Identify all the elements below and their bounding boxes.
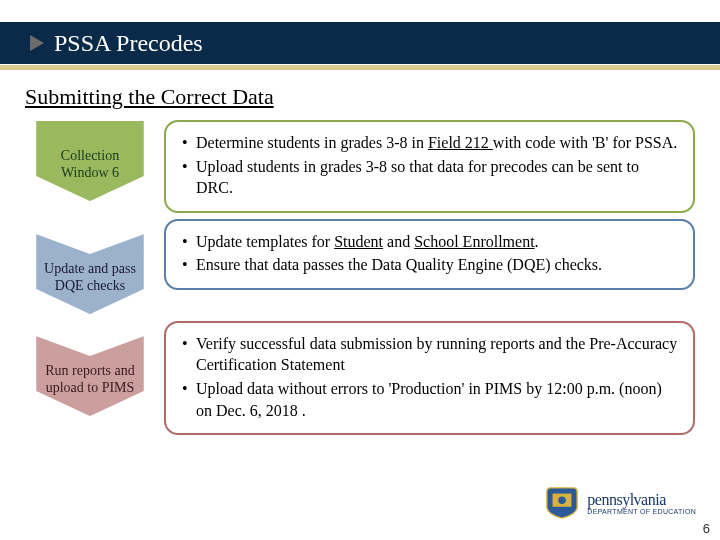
chevron-update-dqe: Update and pass DQE checks (30, 233, 150, 315)
chevron-box: Update and pass DQE checks (30, 233, 150, 315)
logo-penn: pennsylvania (587, 492, 696, 508)
step-row: Collection Window 6 Determine students i… (30, 120, 695, 213)
bullet: Ensure that data passes the Data Quality… (180, 254, 679, 276)
bullet: Verify successful data submission by run… (180, 333, 679, 376)
step-row: Update and pass DQE checks Update templa… (30, 219, 695, 315)
bullet: Update templates for Student and School … (180, 231, 679, 253)
step-row: Run reports and upload to PIMS Verify su… (30, 321, 695, 435)
bubble-step1: Determine students in grades 3-8 in Fiel… (164, 120, 695, 213)
chevron-label: Run reports and upload to PIMS (36, 363, 144, 397)
content: Collection Window 6 Determine students i… (0, 120, 720, 435)
bullet: Determine students in grades 3-8 in Fiel… (180, 132, 679, 154)
subheading: Submitting the Correct Data (25, 84, 720, 110)
page-number: 6 (703, 521, 710, 536)
logo-dept: DEPARTMENT OF EDUCATION (587, 508, 696, 515)
title-arrow-icon (30, 35, 44, 51)
pa-shield-icon (543, 486, 581, 520)
chevron-box: Run reports and upload to PIMS (30, 335, 150, 417)
chevron-run-reports: Run reports and upload to PIMS (30, 335, 150, 417)
chevron-label: Update and pass DQE checks (36, 261, 144, 295)
chevron-label: Collection Window 6 (36, 148, 144, 182)
chevron-box: Collection Window 6 (30, 120, 150, 202)
accent-bar (0, 65, 720, 70)
logo: pennsylvania DEPARTMENT OF EDUCATION (543, 486, 696, 520)
title-bar: PSSA Precodes (0, 22, 720, 64)
bullet: Upload students in grades 3-8 so that da… (180, 156, 679, 199)
logo-text: pennsylvania DEPARTMENT OF EDUCATION (587, 492, 696, 515)
bubble-step2: Update templates for Student and School … (164, 219, 695, 290)
chevron-collection-window: Collection Window 6 (30, 120, 150, 202)
bullet: Upload data without errors to 'Productio… (180, 378, 679, 421)
page-title: PSSA Precodes (54, 30, 203, 57)
svg-point-4 (559, 496, 567, 504)
bubble-step3: Verify successful data submission by run… (164, 321, 695, 435)
